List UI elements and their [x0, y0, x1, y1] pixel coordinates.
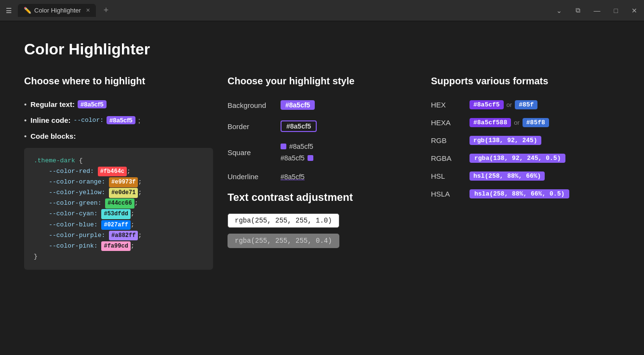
hex-chip-short: #85f	[515, 100, 537, 109]
new-tab-button[interactable]: +	[100, 4, 113, 16]
hsl-chip: hsl(258, 88%, 66%)	[470, 171, 545, 181]
format-demo-hsla: hsla(258, 88%, 66%, 0.5)	[470, 189, 620, 198]
contrast-item-light: rgba(255, 255, 255, 1.0)	[228, 213, 416, 234]
style-row-background: Background #8a5cf5	[228, 100, 416, 110]
format-demo-hex: #8a5cf5 or #85f	[470, 100, 620, 109]
code-brace-close: }	[34, 251, 203, 262]
page-title: Color Highlighter	[24, 40, 620, 58]
style-demo-background: #8a5cf5	[281, 100, 416, 110]
format-row-hex: HEX #8a5cf5 or #85f	[431, 100, 620, 109]
code-line-green: --color-green: #44cc66;	[34, 198, 203, 209]
inline-code-chip: #8a5cf5	[107, 116, 135, 124]
style-row-underline: Underline #8a5cf5	[228, 172, 416, 181]
prop-red: --color-red:	[49, 168, 94, 175]
prop-cyan: --color-cyan:	[49, 210, 97, 217]
hexa-chip-short: #85f8	[523, 118, 549, 127]
code-line-cyan: --color-cyan: #53dfdd;	[34, 209, 203, 219]
prop-purple: --color-purple:	[49, 232, 105, 239]
hexa-chip-long: #8a5cf588	[470, 118, 511, 127]
code-line-orange: --color-orange: #e9973f;	[34, 177, 203, 187]
square-icon-left	[281, 144, 286, 149]
prop-yellow: --color-yellow:	[49, 189, 105, 196]
titlebar-controls: ⌄ ⧉ — □ ✕	[553, 4, 640, 16]
style-label-border: Border	[228, 122, 281, 131]
mid-column: Choose your highlight style Background #…	[228, 76, 431, 270]
contrast-item-dim: rgba(255, 255, 255, 0.4)	[228, 234, 416, 254]
style-label-square: Square	[228, 148, 281, 157]
code-line-red: --color-red: #fb464c;	[34, 166, 203, 177]
close-button[interactable]: ✕	[629, 5, 640, 16]
format-demo-rgb: rgb(138, 92, 245)	[470, 136, 620, 145]
code-blocks-label: Code blocks:	[30, 132, 76, 140]
code-line-pink: --color-pink: #fa99cd;	[34, 241, 203, 251]
hex-chip-long: #8a5cf5	[470, 100, 504, 109]
code-class-name: .theme-dark	[34, 157, 75, 164]
dropdown-button[interactable]: ⌄	[553, 5, 565, 16]
format-row-hexa: HEXA #8a5cf588 or #85f8	[431, 118, 620, 127]
inline-code-prefix: --color:	[74, 117, 104, 124]
square-text-left: #8a5cf5	[289, 143, 313, 150]
format-label-hsl: HSL	[431, 172, 470, 180]
code-brace-open: {	[79, 157, 83, 164]
code-line-purple: --color-purple: #a882ff;	[34, 230, 203, 241]
format-row-rgba: RGBA rgba(138, 92, 245, 0.5)	[431, 154, 620, 163]
chip-orange: #e9973f	[109, 177, 138, 187]
inline-code-label: Inline code:	[30, 116, 70, 124]
contrast-section: Text contrast adjustment rgba(255, 255, …	[228, 191, 416, 254]
rgba-chip: rgba(138, 92, 245, 0.5)	[470, 154, 565, 163]
regular-text-label: Regular text:	[30, 100, 75, 108]
chip-red: #fb464c	[98, 167, 127, 176]
bullet-dot: •	[24, 100, 27, 108]
prop-orange: --color-orange:	[49, 178, 105, 185]
chip-blue: #027aff	[101, 220, 130, 230]
split-button[interactable]: ⧉	[573, 4, 583, 16]
square-icon-right	[308, 155, 313, 161]
prop-pink: --color-pink:	[49, 242, 97, 250]
right-col-title: Supports various formats	[431, 76, 620, 87]
contrast-chip-light: rgba(255, 255, 255, 1.0)	[228, 213, 339, 228]
style-label-background: Background	[228, 101, 281, 109]
demo-square-right: #8a5cf5	[281, 154, 416, 162]
regular-text-chip: #8a5cf5	[78, 100, 107, 108]
bullet-dot-2: •	[24, 116, 27, 124]
code-blocks-item: • Code blocks:	[24, 132, 213, 140]
mid-col-title: Choose your highlight style	[228, 76, 416, 87]
minimize-button[interactable]: —	[591, 5, 604, 16]
format-label-hexa: HEXA	[431, 118, 470, 127]
main-content: Color Highlighter Choose where to highli…	[0, 21, 644, 284]
tab-close-button[interactable]: ✕	[86, 7, 90, 13]
chip-pink: #fa99cd	[101, 241, 130, 251]
code-block: .theme-dark { --color-red: #fb464c; --co…	[24, 148, 213, 270]
rgb-chip: rgb(138, 92, 245)	[470, 136, 541, 145]
demo-square-left: #8a5cf5	[281, 143, 416, 150]
style-row-square: Square #8a5cf5 #8a5cf5	[228, 143, 416, 162]
chip-green: #44cc66	[105, 198, 134, 208]
left-column: Choose where to highlight • Regular text…	[24, 76, 228, 270]
titlebar-left: ☰ ✏️ Color Highlighter ✕ +	[4, 4, 112, 17]
format-label-hsla: HSLA	[431, 190, 470, 198]
format-demo-rgba: rgba(138, 92, 245, 0.5)	[470, 154, 620, 163]
active-tab[interactable]: ✏️ Color Highlighter ✕	[18, 4, 96, 17]
style-row-border: Border #8a5cf5	[228, 120, 416, 132]
inline-code-suffix: ;	[138, 116, 140, 124]
maximize-button[interactable]: □	[611, 5, 621, 16]
format-row-hsla: HSLA hsla(258, 88%, 66%, 0.5)	[431, 189, 620, 198]
format-label-hex: HEX	[431, 101, 470, 109]
tab-label: Color Highlighter	[34, 7, 81, 14]
code-line-blue: --color-blue: #027aff;	[34, 220, 203, 230]
titlebar: ☰ ✏️ Color Highlighter ✕ + ⌄ ⧉ — □ ✕	[0, 0, 644, 21]
chip-yellow: #e0de71	[109, 188, 138, 197]
prop-blue: --color-blue:	[49, 221, 97, 228]
right-column: Supports various formats HEX #8a5cf5 or …	[431, 76, 620, 270]
sidebar-toggle-icon[interactable]: ☰	[4, 5, 14, 16]
contrast-chip-dim: rgba(255, 255, 255, 0.4)	[228, 234, 339, 248]
left-col-title: Choose where to highlight	[24, 76, 213, 87]
chip-cyan: #53dfdd	[101, 209, 130, 219]
hex-or: or	[507, 101, 512, 108]
demo-border-chip: #8a5cf5	[281, 120, 317, 132]
inline-code-item: • Inline code: --color: #8a5cf5 ;	[24, 116, 213, 124]
code-line-yellow: --color-yellow: #e0de71;	[34, 187, 203, 198]
columns-container: Choose where to highlight • Regular text…	[24, 76, 620, 270]
format-demo-hexa: #8a5cf588 or #85f8	[470, 118, 620, 127]
format-row-rgb: RGB rgb(138, 92, 245)	[431, 136, 620, 145]
